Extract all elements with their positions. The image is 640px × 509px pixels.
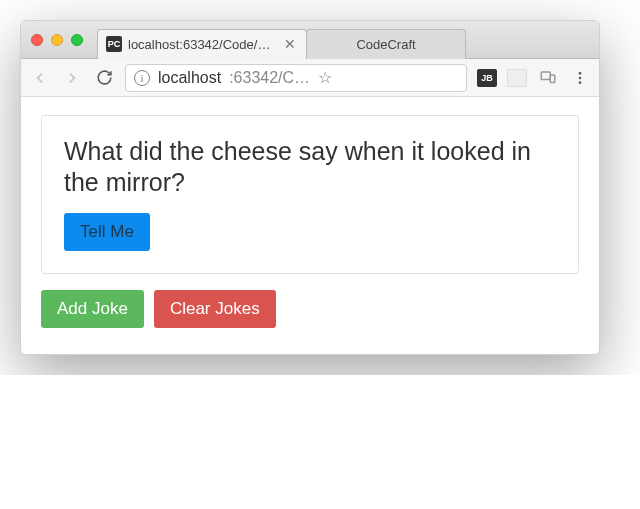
- tell-me-button[interactable]: Tell Me: [64, 213, 150, 251]
- svg-rect-1: [550, 75, 555, 83]
- address-bar[interactable]: i localhost:63342/C… ☆: [125, 64, 467, 92]
- menu-button[interactable]: [569, 67, 591, 89]
- bookmark-star-icon[interactable]: ☆: [318, 68, 332, 87]
- svg-point-2: [579, 72, 582, 75]
- forward-button[interactable]: [61, 67, 83, 89]
- actions-row: Add Joke Clear Jokes: [41, 290, 579, 328]
- tab-inactive[interactable]: CodeCraft: [306, 29, 466, 59]
- url-path: :63342/C…: [229, 69, 310, 87]
- browser-window: PC localhost:63342/Code/4.co ✕ CodeCraft…: [20, 20, 600, 355]
- tab-bar: PC localhost:63342/Code/4.co ✕ CodeCraft: [21, 21, 599, 59]
- clear-jokes-button[interactable]: Clear Jokes: [154, 290, 276, 328]
- reload-button[interactable]: [93, 67, 115, 89]
- close-tab-icon[interactable]: ✕: [282, 36, 298, 52]
- svg-point-3: [579, 76, 582, 79]
- joke-setup-text: What did the cheese say when it looked i…: [64, 136, 556, 197]
- tab-active[interactable]: PC localhost:63342/Code/4.co ✕: [97, 29, 307, 59]
- joke-card: What did the cheese say when it looked i…: [41, 115, 579, 274]
- window-controls: [31, 34, 83, 46]
- site-info-icon[interactable]: i: [134, 70, 150, 86]
- toolbar: i localhost:63342/C… ☆ JB: [21, 59, 599, 97]
- jetbrains-extension-icon[interactable]: JB: [477, 69, 497, 87]
- zoom-window-button[interactable]: [71, 34, 83, 46]
- svg-point-4: [579, 81, 582, 84]
- url-host: localhost: [158, 69, 221, 87]
- minimize-window-button[interactable]: [51, 34, 63, 46]
- tab-title: CodeCraft: [315, 37, 457, 52]
- svg-rect-0: [541, 72, 550, 80]
- page-content: What did the cheese say when it looked i…: [21, 97, 599, 354]
- back-button[interactable]: [29, 67, 51, 89]
- tab-title: localhost:63342/Code/4.co: [128, 37, 276, 52]
- extension-icon[interactable]: [507, 69, 527, 87]
- add-joke-button[interactable]: Add Joke: [41, 290, 144, 328]
- close-window-button[interactable]: [31, 34, 43, 46]
- devices-icon[interactable]: [537, 67, 559, 89]
- favicon: PC: [106, 36, 122, 52]
